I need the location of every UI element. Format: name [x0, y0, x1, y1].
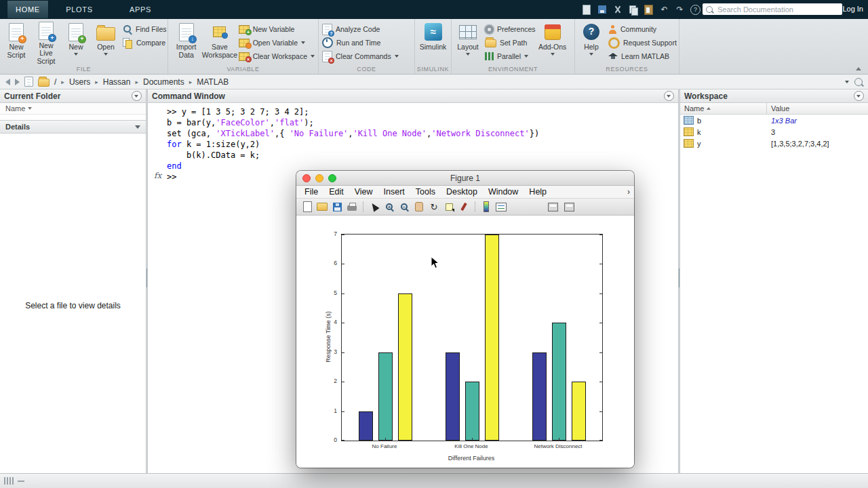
- forward-icon[interactable]: [15, 79, 20, 85]
- menu-overflow-icon[interactable]: ›: [627, 187, 630, 197]
- close-window-icon[interactable]: [302, 174, 311, 182]
- current-folder-name-header[interactable]: Name: [0, 103, 146, 115]
- show-plot-tools-icon[interactable]: [563, 201, 575, 213]
- data-cursor-icon[interactable]: [443, 201, 455, 213]
- menu-insert[interactable]: Insert: [378, 187, 410, 197]
- save-workspace-button[interactable]: Save Workspace: [203, 20, 235, 65]
- statusbar-grip-icon[interactable]: [4, 477, 14, 485]
- workspace-row-y[interactable]: y [1,3,5;3,2,7;3,4,2]: [680, 138, 868, 149]
- insert-legend-icon[interactable]: [495, 201, 507, 213]
- workspace-row-b[interactable]: b 1x3 Bar: [680, 115, 868, 126]
- address-dropdown-caret[interactable]: [845, 81, 849, 83]
- import-data-button[interactable]: ↓ Import Data: [170, 20, 202, 65]
- command-line: for k = 1:size(y,2): [167, 139, 539, 150]
- breadcrumb-item-matlab[interactable]: MATLAB: [197, 77, 229, 87]
- set-path-icon: [485, 39, 496, 47]
- add-ons-button[interactable]: Add-Ons: [538, 20, 567, 65]
- cut-icon[interactable]: [612, 4, 623, 15]
- undo-icon[interactable]: ↶: [658, 4, 670, 15]
- recent-folders-icon[interactable]: [24, 77, 33, 87]
- current-folder-file-list[interactable]: [0, 115, 146, 120]
- learn-matlab-button[interactable]: Learn MATLAB: [608, 51, 677, 62]
- clear-workspace-button[interactable]: × Clear Workspace: [239, 51, 315, 62]
- new-figure-icon[interactable]: [301, 201, 313, 213]
- workspace-value-column-header[interactable]: Value: [767, 103, 868, 114]
- menu-file[interactable]: File: [299, 187, 323, 197]
- analyze-code-button[interactable]: ? Analyze Code: [322, 24, 399, 35]
- details-header[interactable]: Details: [0, 120, 146, 134]
- figure-window[interactable]: Figure 1 File Edit View Insert Tools Des…: [296, 171, 634, 468]
- new-document-icon[interactable]: [580, 4, 592, 15]
- workspace-name-column-header[interactable]: Name: [680, 103, 767, 114]
- layout-button[interactable]: Layout: [454, 20, 482, 65]
- zoom-out-icon[interactable]: −: [398, 201, 410, 213]
- compare-button[interactable]: Compare: [123, 37, 167, 48]
- new-live-script-button[interactable]: + New Live Script: [32, 20, 60, 65]
- copy-icon[interactable]: [627, 4, 639, 15]
- tab-home[interactable]: HOME: [7, 0, 49, 19]
- menu-window[interactable]: Window: [483, 187, 524, 197]
- breadcrumb-separator-icon: ▸: [189, 79, 193, 85]
- maximize-window-icon[interactable]: [328, 174, 336, 182]
- breadcrumb-item-users[interactable]: Users: [69, 77, 90, 87]
- new-script-button[interactable]: + New Script: [2, 20, 31, 65]
- back-icon[interactable]: [5, 79, 10, 85]
- minimize-window-icon[interactable]: [315, 174, 323, 182]
- paste-icon[interactable]: [643, 4, 654, 15]
- menu-tools[interactable]: Tools: [410, 187, 441, 197]
- workspace-row-k[interactable]: k 3: [680, 126, 868, 138]
- set-path-button[interactable]: Set Path: [485, 37, 536, 48]
- open-button[interactable]: Open: [92, 20, 120, 65]
- bar-series2-group3: [552, 323, 566, 441]
- menu-desktop[interactable]: Desktop: [441, 187, 483, 197]
- request-support-button[interactable]: Request Support: [608, 37, 677, 48]
- tab-apps[interactable]: APPS: [110, 0, 171, 19]
- menu-edit[interactable]: Edit: [323, 187, 349, 197]
- search-input[interactable]: [716, 5, 839, 14]
- pane-menu-icon[interactable]: [854, 91, 864, 101]
- new-variable-button[interactable]: + New Variable: [239, 24, 315, 35]
- breadcrumb-item-hassan[interactable]: Hassan: [103, 77, 131, 87]
- brush-data-icon[interactable]: [458, 201, 470, 213]
- pan-icon[interactable]: [413, 201, 425, 213]
- figure-title-bar[interactable]: Figure 1: [296, 171, 634, 186]
- breadcrumb-item-documents[interactable]: Documents: [143, 77, 184, 87]
- open-variable-button[interactable]: Open Variable: [239, 37, 315, 48]
- help-quick-icon[interactable]: ?: [690, 4, 701, 15]
- save-icon[interactable]: [596, 4, 608, 15]
- address-search-icon[interactable]: [854, 78, 863, 86]
- community-button[interactable]: Community: [608, 24, 677, 35]
- clear-commands-button[interactable]: × Clear Commands: [322, 51, 399, 62]
- documentation-search[interactable]: [703, 3, 842, 15]
- pane-menu-icon[interactable]: [132, 91, 142, 101]
- simulink-button[interactable]: ≈ Simulink: [419, 20, 448, 65]
- run-and-time-button[interactable]: Run and Time: [322, 37, 399, 48]
- preferences-button[interactable]: Preferences: [485, 24, 536, 35]
- panel-splitter[interactable]: [678, 89, 680, 473]
- browse-folder-icon[interactable]: [38, 79, 50, 87]
- tab-plots[interactable]: PLOTS: [49, 0, 110, 19]
- breadcrumb-root[interactable]: /: [54, 77, 56, 87]
- menu-help[interactable]: Help: [524, 187, 552, 197]
- hide-plot-tools-icon[interactable]: [547, 201, 559, 213]
- panel-splitter[interactable]: [146, 89, 148, 473]
- open-file-icon[interactable]: [316, 201, 328, 213]
- layout-label: Layout: [457, 43, 479, 52]
- edit-plot-icon[interactable]: [368, 201, 380, 213]
- zoom-in-icon[interactable]: +: [383, 201, 395, 213]
- find-files-button[interactable]: Find Files: [123, 24, 167, 35]
- parallel-button[interactable]: Parallel: [485, 51, 536, 62]
- print-figure-icon[interactable]: [346, 201, 358, 213]
- insert-colorbar-icon[interactable]: [480, 201, 492, 213]
- save-figure-icon[interactable]: [331, 201, 343, 213]
- menu-view[interactable]: View: [349, 187, 378, 197]
- login-link[interactable]: Log In: [842, 5, 863, 13]
- new-button[interactable]: + New: [62, 20, 90, 65]
- pane-menu-icon[interactable]: [664, 91, 674, 101]
- redo-icon[interactable]: ↷: [674, 4, 686, 15]
- collapse-ribbon-icon[interactable]: [856, 67, 861, 70]
- function-browser-fx-button[interactable]: fx: [154, 171, 161, 180]
- help-button[interactable]: ? Help: [577, 20, 606, 65]
- rotate-3d-icon[interactable]: ↻: [428, 201, 440, 213]
- status-bar: [0, 473, 868, 488]
